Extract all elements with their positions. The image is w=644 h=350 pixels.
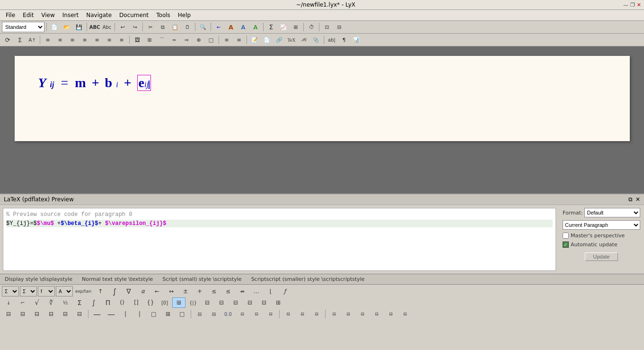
style-tab-scriptscript[interactable]: Scriptscript (smaller) style \scriptscri… bbox=[251, 276, 365, 282]
view-source-button[interactable]: ← bbox=[213, 22, 224, 32]
redo-button[interactable]: ↪ bbox=[129, 22, 141, 32]
minimize-button[interactable]: — bbox=[623, 2, 628, 8]
tex-button[interactable]: 𝒳ε bbox=[298, 35, 309, 45]
rm5-btn[interactable]: ⊟ bbox=[257, 297, 271, 308]
brace-btn[interactable]: {} bbox=[144, 297, 157, 308]
pipe-button[interactable]: ⌊ bbox=[264, 286, 277, 296]
document-page[interactable]: Yij = m + bi + eij bbox=[15, 56, 630, 141]
array-btn[interactable]: {|} bbox=[186, 297, 200, 308]
style-dropdown[interactable]: Standard Title Section bbox=[2, 22, 44, 32]
paste-button[interactable]: 📋 bbox=[169, 22, 181, 32]
leq-button[interactable]: ≤ bbox=[207, 286, 221, 296]
char-style3-button[interactable]: A bbox=[250, 22, 261, 32]
align-center-button[interactable]: ≡ bbox=[54, 35, 66, 45]
r3-num1[interactable]: ⊟ bbox=[193, 309, 206, 319]
r3-num5[interactable]: ⊟ bbox=[250, 309, 263, 319]
menu-file[interactable]: File bbox=[2, 11, 19, 19]
equation-display[interactable]: Yij = m + bi + eij bbox=[38, 70, 606, 96]
preview-header-controls[interactable]: ⧉ ✕ bbox=[628, 196, 640, 203]
format-dropdown[interactable]: Default bbox=[584, 208, 640, 217]
r3-misc4[interactable]: ⊟ bbox=[370, 309, 383, 319]
menu-insert[interactable]: Insert bbox=[59, 11, 82, 19]
spellcheck-button[interactable]: ABC bbox=[89, 22, 100, 32]
frac-btn[interactable]: ½ bbox=[59, 297, 72, 308]
dash-med-btn[interactable]: — bbox=[105, 309, 118, 319]
menu-help[interactable]: Help bbox=[174, 11, 194, 19]
preview-code-area[interactable]: % Preview source code for paragraph 0 $Y… bbox=[3, 208, 556, 271]
r3-misc5[interactable]: ⊟ bbox=[384, 309, 397, 319]
align-justify-button[interactable]: ≡ bbox=[79, 35, 90, 45]
rm4-btn[interactable]: ⊟ bbox=[243, 297, 256, 308]
masters-perspective-row[interactable]: Master's perspective bbox=[563, 233, 640, 239]
prod-btn[interactable]: Π bbox=[101, 297, 115, 308]
view2-button[interactable]: ⊟ bbox=[334, 22, 345, 32]
r3-misc2[interactable]: ⊟ bbox=[342, 309, 355, 319]
r3-btn5[interactable]: ⊟ bbox=[59, 309, 72, 319]
char-style2-button[interactable]: A bbox=[238, 22, 249, 32]
misc1-button[interactable]: ⌒ bbox=[156, 35, 168, 45]
square2-btn[interactable]: □ bbox=[176, 309, 189, 319]
sqrt2-btn[interactable]: ∜ bbox=[44, 297, 58, 308]
int2-btn[interactable]: ∫ bbox=[87, 297, 100, 308]
plusminus-button[interactable]: ± bbox=[179, 286, 192, 296]
pipe1-btn[interactable]: | bbox=[119, 309, 132, 319]
menu-document[interactable]: Document bbox=[115, 11, 152, 19]
r3-btn2[interactable]: ⊟ bbox=[16, 309, 29, 319]
masters-perspective-checkbox[interactable] bbox=[563, 233, 569, 239]
eq-e-boxed[interactable]: eij bbox=[137, 75, 151, 91]
misc4-button[interactable]: ⊕ bbox=[193, 35, 204, 45]
down-btn[interactable]: ↓ bbox=[2, 297, 15, 308]
r3-btn3[interactable]: ⊟ bbox=[30, 309, 44, 319]
align-right-button[interactable]: ≡ bbox=[67, 35, 78, 45]
sum2-btn[interactable]: Σ bbox=[73, 297, 86, 308]
align-4-button[interactable]: ≡ bbox=[91, 35, 103, 45]
char-style-button[interactable]: A bbox=[225, 22, 237, 32]
note2-button[interactable]: 📄 bbox=[261, 35, 273, 45]
rm6-btn[interactable]: ⊞ bbox=[272, 297, 285, 308]
grid-btn[interactable]: ⊞ bbox=[172, 297, 185, 308]
math-button[interactable]: Σ bbox=[265, 22, 277, 32]
r3-align3[interactable]: ⊟ bbox=[310, 309, 323, 319]
sum-dropdown[interactable]: Σ bbox=[2, 286, 19, 296]
window-controls[interactable]: — ❐ ✕ bbox=[623, 2, 644, 8]
menu-tools[interactable]: Tools bbox=[152, 11, 174, 19]
r3-btn1[interactable]: ⊟ bbox=[2, 309, 15, 319]
brace2-btn[interactable]: [0] bbox=[158, 297, 171, 308]
new-file-button[interactable]: 📄 bbox=[49, 22, 60, 32]
bracket-btn[interactable]: [] bbox=[130, 297, 143, 308]
table-button[interactable]: ⊞ bbox=[290, 22, 301, 32]
nleq-button[interactable]: ↮ bbox=[236, 286, 249, 296]
note-button[interactable]: 📝 bbox=[249, 35, 260, 45]
square-btn[interactable]: □ bbox=[147, 309, 160, 319]
attach-button[interactable]: 📎 bbox=[310, 35, 322, 45]
misc2-button[interactable]: ≈ bbox=[168, 35, 180, 45]
view-button[interactable]: ⊡ bbox=[321, 22, 333, 32]
menu-edit[interactable]: Edit bbox=[19, 11, 37, 19]
cut-button[interactable]: ✂ bbox=[145, 22, 156, 32]
hyperlink-button[interactable]: 🔗 bbox=[273, 35, 285, 45]
rm1-btn[interactable]: ⊟ bbox=[201, 297, 214, 308]
cross-btn[interactable]: ⊞ bbox=[161, 309, 175, 319]
para-align2-button[interactable]: ≡ bbox=[233, 35, 245, 45]
paste-special-button[interactable]: 🗒 bbox=[182, 22, 193, 32]
para-button[interactable]: ¶ bbox=[338, 35, 350, 45]
sum-button[interactable]: Σ bbox=[14, 35, 26, 45]
lang-button[interactable]: ab| bbox=[326, 35, 337, 45]
leftright-arrow-button[interactable]: ↔ bbox=[165, 286, 178, 296]
scope-dropdown[interactable]: Current Paragraph bbox=[563, 220, 640, 230]
open-file-button[interactable]: 📂 bbox=[61, 22, 72, 32]
r3-align2[interactable]: ⊟ bbox=[296, 309, 309, 319]
alpha-button[interactable]: α bbox=[136, 286, 150, 296]
r3-num6[interactable]: ⊟ bbox=[264, 309, 277, 319]
maximize-button[interactable]: ❐ bbox=[630, 2, 635, 8]
misc3-button[interactable]: ⇒ bbox=[181, 35, 192, 45]
img-float-button[interactable]: 🖼 bbox=[132, 35, 143, 45]
close-button[interactable]: ✕ bbox=[637, 2, 641, 8]
graph-button[interactable]: 📈 bbox=[278, 22, 289, 32]
rm2-btn[interactable]: ⊟ bbox=[215, 297, 228, 308]
r3-num2[interactable]: ⊟ bbox=[207, 309, 221, 319]
undo-button[interactable]: ↩ bbox=[117, 22, 128, 32]
stats-button[interactable]: 📊 bbox=[351, 35, 362, 45]
corner-btn[interactable]: ⌐ bbox=[16, 297, 29, 308]
spellcheck-auto-button[interactable]: Abc bbox=[101, 22, 113, 32]
